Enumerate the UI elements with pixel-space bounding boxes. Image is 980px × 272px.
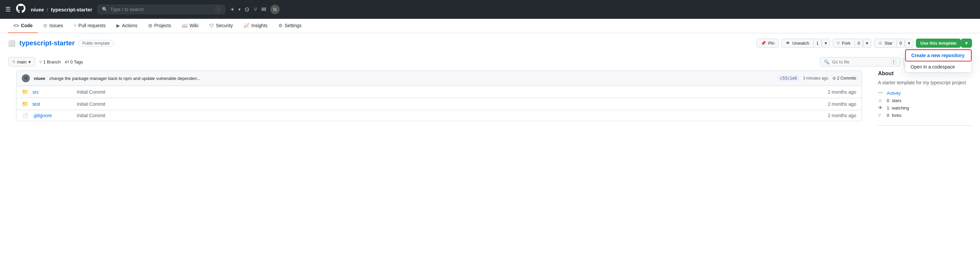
repo-owner-link[interactable]: niuee [31, 7, 44, 13]
file-commit-src: Initial Commit [77, 89, 812, 95]
stars-count: 0 [887, 98, 889, 103]
unwatch-button[interactable]: 👁 Unwatch [781, 38, 813, 48]
code-tab-icon: <> [13, 23, 19, 28]
star-button[interactable]: ☆ Star [874, 38, 896, 48]
file-row-test: 📁 test Initial Commit 2 months ago [16, 98, 862, 110]
file-name-gitignore[interactable]: .gitignore [33, 113, 73, 118]
go-to-file-input[interactable] [832, 59, 888, 64]
stars-label: stars [892, 98, 901, 103]
tab-wiki[interactable]: 📖 Wiki [177, 19, 204, 33]
hamburger-icon[interactable]: ☰ [5, 6, 11, 13]
tab-insights[interactable]: 📈 Insights [238, 19, 273, 33]
main-content: N niuee change the package manager back … [0, 70, 980, 134]
search-file-icon: 🔍 [824, 59, 829, 64]
repo-icon: ⬜ [8, 40, 16, 47]
author-avatar: N [22, 74, 30, 82]
tab-projects-label: Projects [154, 23, 171, 28]
create-repo-item[interactable]: Create a new repository [906, 50, 971, 61]
tab-projects[interactable]: ⊞ Projects [143, 19, 177, 33]
use-template-dropdown-btn[interactable]: ▾ [961, 38, 972, 48]
file-time-test: 2 months ago [816, 101, 856, 107]
commits-label: 2 Commits [837, 76, 856, 81]
about-description: A starter template for my typescript pro… [878, 79, 972, 86]
unwatch-dropdown-btn[interactable]: ▾ [822, 38, 830, 48]
branch-selector[interactable]: ⑂ main ▾ [8, 57, 35, 67]
search-shortcut: / [216, 7, 221, 12]
file-row-gitignore: 📄 .gitignore Initial Commit 2 months ago [16, 110, 862, 121]
issue-icon[interactable]: ⊙ [245, 6, 250, 13]
template-btn-group: Use this template ▾ Create a new reposit… [916, 38, 972, 48]
branch-count-link[interactable]: ⑂ 1 Branch [39, 59, 61, 64]
activity-stat: 〰 Activity [878, 90, 972, 96]
search-bar[interactable]: 🔍 / [98, 5, 225, 14]
eye-icon: 👁 [786, 41, 790, 46]
use-template-label: Use this template [920, 41, 956, 46]
tab-actions-label: Actions [122, 23, 137, 28]
file-time-src: 2 months ago [816, 89, 856, 95]
create-repo-highlight-box: Create a new repository [905, 50, 972, 61]
pr-icon[interactable]: ⑂ [253, 6, 257, 13]
commit-row: N niuee change the package manager back … [16, 71, 862, 86]
wiki-tab-icon: 📖 [182, 23, 188, 28]
tab-issues[interactable]: ⊙ Issues [38, 19, 68, 33]
codespace-item[interactable]: Open in a codespace [905, 61, 972, 72]
star-label: Star [885, 41, 892, 46]
forks-stat: ⑂ 0 forks [878, 112, 972, 118]
watching-icon: 👁 [878, 105, 884, 110]
github-logo-icon[interactable] [16, 4, 25, 15]
repo-tabs: <> Code ⊙ Issues ⑂ Pull requests ▶ Actio… [0, 19, 980, 33]
tab-security[interactable]: 🛡 Security [204, 19, 239, 33]
fork-dropdown-btn[interactable]: ▾ [863, 38, 871, 48]
pin-button[interactable]: 📌 Pin [756, 38, 779, 48]
branch-caret-icon: ▾ [29, 59, 31, 64]
tag-count-link[interactable]: 🏷 0 Tags [65, 59, 83, 64]
folder-icon-test: 📁 [22, 101, 29, 107]
star-icon: ☆ [878, 41, 882, 46]
file-table: N niuee change the package manager back … [16, 70, 862, 121]
commit-author[interactable]: niuee [34, 76, 45, 81]
watching-label: watching [892, 106, 909, 110]
file-row-src: 📁 src Initial Commit 2 months ago [16, 86, 862, 98]
plus-icon[interactable]: + [231, 6, 234, 13]
file-icon-gitignore: 📄 [22, 113, 29, 118]
inbox-icon[interactable]: ✉ [261, 6, 266, 13]
activity-link[interactable]: Activity [887, 91, 900, 96]
fork-count[interactable]: 0 [854, 38, 863, 48]
pin-icon: 📌 [760, 41, 766, 46]
watching-count: 1 [887, 106, 889, 110]
actions-tab-icon: ▶ [116, 23, 120, 28]
tab-pull-requests[interactable]: ⑂ Pull requests [68, 19, 111, 33]
branch-icon: ⑂ [13, 59, 15, 64]
file-commit-gitignore: Initial Commit [77, 113, 812, 118]
unwatch-count[interactable]: 1 [813, 38, 822, 48]
tab-issues-label: Issues [49, 23, 63, 28]
search-input[interactable] [110, 7, 213, 12]
use-template-button[interactable]: Use this template [916, 38, 961, 48]
caret-icon[interactable]: ▾ [239, 7, 240, 12]
fork-button[interactable]: ⑂ Fork [833, 38, 854, 48]
tag-icon: 🏷 [65, 59, 69, 64]
commits-link[interactable]: ⊙ 2 Commits [832, 76, 856, 81]
folder-icon: 📁 [22, 89, 29, 95]
history-icon: ⊙ [832, 76, 836, 81]
tab-code[interactable]: <> Code [8, 19, 38, 33]
star-count[interactable]: 0 [896, 38, 905, 48]
star-dropdown-btn[interactable]: ▾ [905, 38, 913, 48]
commit-message: change the package manager back to npm a… [49, 76, 774, 81]
tab-pr-label: Pull requests [78, 23, 106, 28]
go-to-file-bar[interactable]: 🔍 t [820, 57, 900, 67]
repo-name-link[interactable]: typescript-starter [51, 7, 92, 13]
file-name-test[interactable]: test [33, 101, 73, 107]
tag-count: 0 [70, 59, 73, 64]
branch-meta: ⑂ 1 Branch 🏷 0 Tags [39, 59, 83, 64]
file-name-src[interactable]: src [33, 89, 73, 95]
file-key-badge: t [891, 59, 896, 64]
avatar[interactable]: N [270, 5, 280, 14]
tab-settings[interactable]: ⚙ Settings [273, 19, 307, 33]
commit-hash[interactable]: c55c1e6 [778, 75, 799, 81]
file-time-gitignore: 2 months ago [816, 113, 856, 118]
repo-name-title[interactable]: typescript-starter [19, 39, 75, 47]
forks-icon: ⑂ [878, 112, 884, 118]
tab-actions[interactable]: ▶ Actions [111, 19, 143, 33]
code-section: ⑂ main ▾ ⑂ 1 Branch 🏷 0 Tags 🔍 t [0, 53, 980, 134]
